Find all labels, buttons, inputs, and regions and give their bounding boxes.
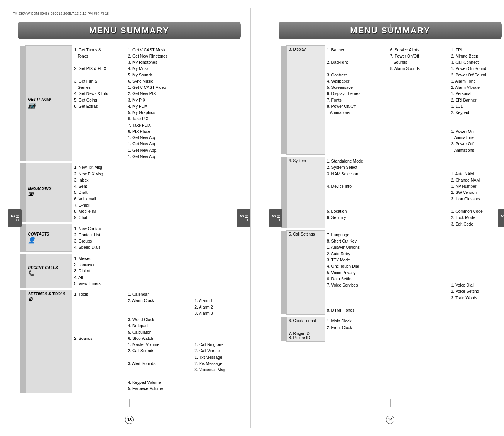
level1-recent-calls: 1. Missed 2. Received 3. Dialed 4. All 5… (72, 254, 126, 288)
level2-contacts (126, 224, 193, 252)
level2-display: 6. Service Alerts 7. Power On/Off Sounds… (388, 46, 449, 155)
category-settings: SETTINGS & TOOLS⚙ (26, 290, 72, 393)
table-row: SETTINGS & TOOLS⚙ 1. Tools 2. Sounds 1. … (20, 290, 239, 393)
crosshair-bottom-right (386, 399, 394, 407)
level3-messaging (193, 163, 239, 222)
level2-call-settings (388, 231, 449, 314)
level3-call-settings: 1. Voice Dial 2. Voice Setting 3. Train … (449, 231, 500, 314)
table-row: 4. System 1. Standalone Mode 2. System S… (281, 157, 500, 228)
gray-bar (281, 46, 287, 155)
level3-settings: 1. Alarm 1 2. Alarm 2 3. Alarm 3 1. Call… (193, 290, 239, 393)
level1-display: 1. Banner 2. Backlight 3. Contrast 4. Wa… (325, 46, 388, 155)
level3-recent-calls (193, 254, 239, 288)
right-page: CH 2 CH 2 MENU SUMMARY 3. Display 1. Ban… (269, 8, 504, 428)
gray-bar (281, 317, 287, 341)
left-title: MENU SUMMARY (18, 25, 241, 36)
left-page-header: TX-230VW(CDM-8945)_050712 2005.7.13 2:10… (13, 11, 109, 16)
level2-clock (388, 317, 449, 341)
left-menu-table: GET IT NOW📷 1. Get Tunes & Tones 2. Get … (20, 45, 239, 393)
gray-bar (20, 224, 26, 252)
section-display: 3. Display (287, 46, 325, 155)
level1-messaging: 1. New Txt Msg 2. New PIX Msg 3. Inbox 4… (72, 163, 126, 222)
level2-settings: 1. Calendar 2. Alarm Clock 3. World Cloc… (126, 290, 193, 393)
level3-get-it-now (193, 46, 239, 161)
ch-badge-right-page-right: CH 2 (498, 209, 504, 227)
level3-system: 1. Auto NAM 2. Change NAM 1. My Number 2… (449, 157, 500, 228)
page-container: TX-230VW(CDM-8945)_050712 2005.7.13 2:10… (0, 0, 504, 436)
gray-bar (281, 231, 287, 314)
level1-settings: 1. Tools 2. Sounds (72, 290, 126, 393)
right-menu-table: 3. Display 1. Banner 2. Backlight 3. Con… (281, 45, 500, 342)
table-row: 3. Display 1. Banner 2. Backlight 3. Con… (281, 46, 500, 155)
section-clock-format: 6. Clock Format 7. Ringer ID 8. Picture … (287, 317, 325, 341)
level1-contacts: 1. New Contact 2. Contact List 3. Groups… (72, 224, 126, 252)
level3-display: 1. ERI 2. Minute Beep 3. Call Connect 1.… (449, 46, 500, 155)
category-get-it-now: GET IT NOW📷 (26, 46, 72, 161)
level3-clock (449, 317, 500, 341)
section-call-settings: 5. Call Settings (287, 231, 325, 314)
gray-bar (20, 290, 26, 393)
level1-system: 1. Standalone Mode 2. System Select 3. N… (325, 157, 388, 228)
level1-get-it-now: 1. Get Tunes & Tones 2. Get PIX & FLIX 3… (72, 46, 126, 161)
category-recent-calls: RECENT CALLS📞 (26, 254, 72, 288)
category-contacts: CONTACTS👤 (26, 224, 72, 252)
level1-call-settings: 7. Language 8. Short Cut Key 1. Answer O… (325, 231, 388, 314)
gray-bar (20, 46, 26, 161)
gray-bar (20, 254, 26, 288)
level2-messaging (126, 163, 193, 222)
section-system: 4. System (287, 157, 325, 228)
level2-system (388, 157, 449, 228)
table-row: 5. Call Settings 7. Language 8. Short Cu… (281, 231, 500, 314)
ch-badge-right: CH 2 (237, 209, 250, 227)
table-row: GET IT NOW📷 1. Get Tunes & Tones 2. Get … (20, 46, 239, 161)
level1-clock: 1. Main Clock 2. Front Clock (325, 317, 388, 341)
table-row: RECENT CALLS📞 1. Missed 2. Received 3. D… (20, 254, 239, 288)
left-page: TX-230VW(CDM-8945)_050712 2005.7.13 2:10… (8, 8, 251, 428)
level2-recent-calls (126, 254, 193, 288)
ch-badge-right-page-left: CH 2 (269, 209, 282, 227)
left-menu-header: MENU SUMMARY (18, 22, 241, 39)
crosshair-bottom (125, 399, 133, 407)
crosshair-top-right (386, 24, 394, 31)
table-row: CONTACTS👤 1. New Contact 2. Contact List… (20, 224, 239, 252)
level2-get-it-now: 1. Get V CAST Music 2. Get New Ringtones… (126, 46, 193, 161)
page-number-right: 19 (386, 416, 394, 424)
category-messaging: MESSAGING✉ (26, 163, 72, 222)
level3-contacts (193, 224, 239, 252)
ch-badge-left: CH 2 (8, 209, 22, 227)
page-number-left: 18 (125, 416, 134, 424)
table-row: MESSAGING✉ 1. New Txt Msg 2. New PIX Msg… (20, 163, 239, 222)
table-row: 6. Clock Format 7. Ringer ID 8. Picture … (281, 317, 500, 341)
